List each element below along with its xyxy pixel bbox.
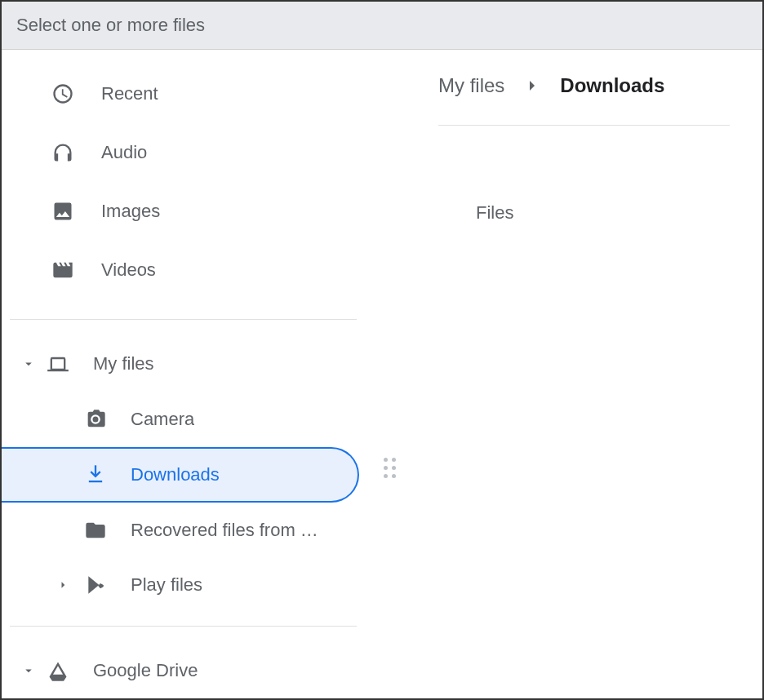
sidebar-item-label: Camera [131,409,194,430]
breadcrumb-root[interactable]: My files [438,74,504,97]
sidebar: Recent Audio Images [2,50,365,698]
sidebar-item-label: Play files [131,574,202,596]
body: Recent Audio Images [2,50,762,698]
sidebar-quick-access: Recent Audio Images [2,64,365,316]
sidebar-item-label: Images [101,201,160,222]
breadcrumb-divider [438,125,730,126]
main-panel: My files Downloads Files [365,50,762,698]
sidebar-item-google-drive[interactable]: Google Drive [2,643,365,698]
sidebar-item-audio[interactable]: Audio [2,123,365,182]
image-icon [51,199,75,224]
laptop-icon [46,352,70,376]
sidebar-item-label: Recent [101,83,158,104]
folder-icon [83,518,108,543]
camera-icon [83,407,108,432]
sidebar-item-label: Videos [101,259,156,281]
files-section-heading: Files [438,202,730,224]
download-icon [83,463,108,487]
sidebar-item-videos[interactable]: Videos [2,241,365,299]
sidebar-resize-handle[interactable] [384,458,400,482]
google-play-icon [83,573,108,597]
sidebar-item-recovered-files[interactable]: Recovered files from … [2,503,365,558]
window-title: Select one or more files [2,2,762,50]
file-picker-window: Select one or more files Recent Audio [0,0,764,700]
movie-icon [51,258,75,282]
chevron-right-icon[interactable] [54,576,72,594]
breadcrumb-current: Downloads [560,74,664,97]
sidebar-divider [10,626,357,627]
sidebar-item-label: Audio [101,142,147,163]
google-drive-icon [46,658,70,683]
sidebar-item-label: Recovered files from … [131,520,318,541]
clock-icon [51,82,75,106]
breadcrumb: My files Downloads [438,74,730,97]
sidebar-item-recent[interactable]: Recent [2,64,365,123]
sidebar-item-images[interactable]: Images [2,182,365,241]
sidebar-item-label: My files [93,353,154,374]
sidebar-item-play-files[interactable]: Play files [2,557,365,613]
chevron-down-icon[interactable] [20,662,38,680]
chevron-right-icon [522,76,542,95]
sidebar-item-my-files[interactable]: My files [2,336,365,392]
sidebar-item-label: Downloads [131,464,220,485]
sidebar-item-camera[interactable]: Camera [2,392,365,447]
headphones-icon [51,140,75,165]
sidebar-divider [10,319,357,320]
sidebar-item-downloads[interactable]: Downloads [2,447,359,503]
sidebar-item-label: Google Drive [93,660,198,681]
chevron-down-icon[interactable] [20,355,38,373]
